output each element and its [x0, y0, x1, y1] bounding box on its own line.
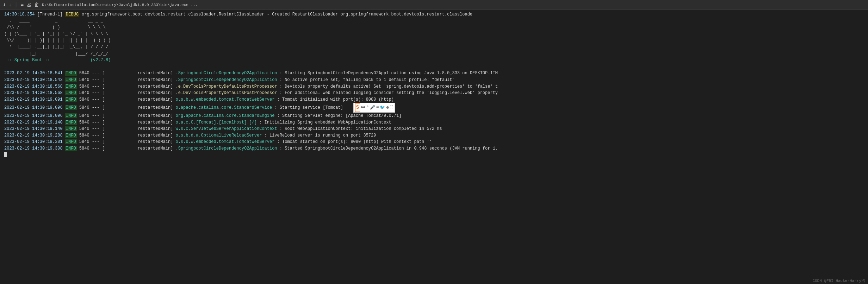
- log-line-12: 2023-02-19 14:30:19.308 INFO 5840 --- [ …: [0, 145, 868, 152]
- log-line-1: 2023-02-19 14:30:18.541 INFO 5840 --- [ …: [0, 70, 868, 77]
- toolbar-scroll-icon[interactable]: ↓: [8, 2, 11, 8]
- cursor-line: [0, 152, 868, 157]
- log-line-11: 2023-02-19 14:30:19.301 INFO 5840 --- [ …: [0, 139, 868, 145]
- watermark: CSDN @FBI HackerHarry浩: [812, 278, 865, 283]
- toolbar-separator: |: [14, 2, 18, 8]
- toolbar-print-icon[interactable]: 🖨: [26, 2, 31, 8]
- toolbar: ⬇ ↓ | ⇌ 🖨 🗑 D:\SoftwareInstallationDirec…: [0, 0, 868, 10]
- console-area: 14:30:18.354 [Thread-1] DEBUG org.spring…: [0, 10, 868, 284]
- log-line-8: 2023-02-19 14:30:19.140 INFO 5840 --- [ …: [0, 119, 868, 126]
- ime-toolbar: S 中 ° 🎤 ⌨ 🐦 ⚙ ⠿: [353, 103, 395, 113]
- log-line-7: 2023-02-19 14:30:19.096 INFO 5840 --- [ …: [0, 113, 868, 119]
- log-line-5: 2023-02-19 14:30:19.091 INFO 5840 --- [ …: [0, 96, 868, 103]
- toolbar-wrap-icon[interactable]: ⇌: [20, 2, 23, 8]
- log-line-debug: 14:30:18.354 [Thread-1] DEBUG org.spring…: [0, 11, 868, 18]
- log-line-3: 2023-02-19 14:30:18.568 INFO 5840 --- [ …: [0, 83, 868, 90]
- toolbar-clear-icon[interactable]: 🗑: [34, 2, 39, 8]
- toolbar-title: D:\SoftwareInstallationDirectory\Java\jd…: [42, 3, 865, 7]
- log-line-9: 2023-02-19 14:30:19.140 INFO 5840 --- [ …: [0, 126, 868, 132]
- log-line-6: 2023-02-19 14:30:19.096 INFO 5840 --- [ …: [0, 103, 868, 113]
- log-line-4: 2023-02-19 14:30:18.568 INFO 5840 --- [ …: [0, 90, 868, 96]
- toolbar-down-icon[interactable]: ⬇: [3, 2, 6, 8]
- ascii-art-block: . ____ _ __ _ _ /\\ / ___'_ __ _ _(_)_ _…: [0, 18, 868, 64]
- log-line-2: 2023-02-19 14:30:18.543 INFO 5840 --- [ …: [0, 77, 868, 83]
- log-line-10: 2023-02-19 14:30:19.288 INFO 5840 --- [ …: [0, 132, 868, 139]
